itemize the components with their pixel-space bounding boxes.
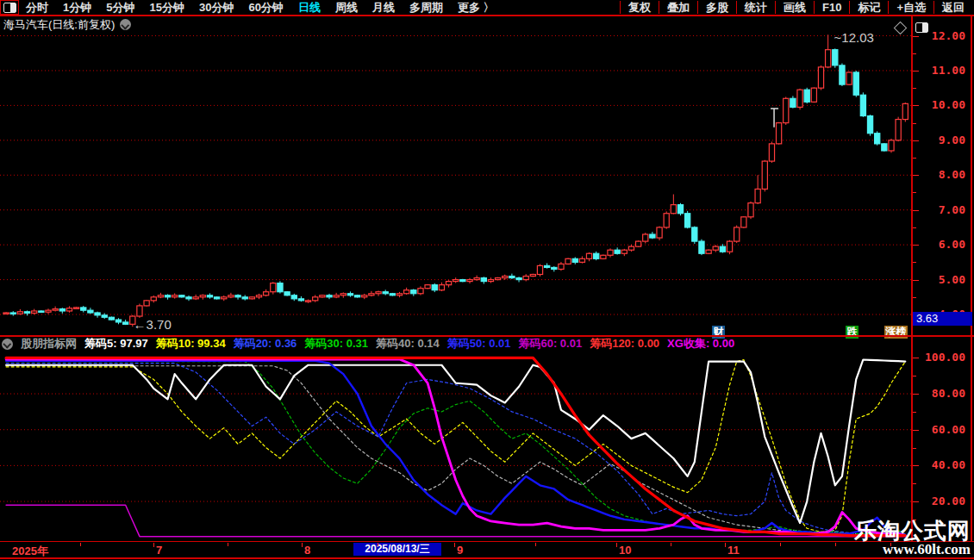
legend-item: 筹码20: 0.36 [234,337,297,351]
axis-tick-label: 11.00 [932,65,965,77]
layout-toggle-button[interactable] [0,0,19,15]
axis-tick [913,483,916,484]
period-tab-60分钟[interactable]: 60分钟 [248,0,283,15]
indicator-source-label: 股朋指标网 [21,337,77,351]
toolbar-action-统计[interactable]: 统计 [736,1,775,14]
axis-tick-label: 12.00 [932,30,965,42]
axis-tick [913,280,919,281]
axis-tick-label: 5.00 [939,274,965,286]
month-tick [725,543,726,547]
main-candlestick-chart[interactable]: ←3.70~12.03 [0,16,911,335]
legend-collapse-icon[interactable] [2,339,13,350]
legend-item: 筹码60: 0.01 [518,337,582,351]
month-label-11: 11 [727,544,740,557]
indicator-legend: 股朋指标网 筹码5: 97.97筹码10: 99.34筹码20: 0.36筹码3… [2,337,909,351]
axis-tick [913,175,919,176]
month-label-9: 9 [457,544,463,557]
period-tab-分时[interactable]: 分时 [26,0,48,15]
period-tab-30分钟[interactable]: 30分钟 [199,0,234,15]
axis-tick [913,123,916,124]
month-tick [616,543,617,547]
toolbar-action-+自选[interactable]: +自选 [888,1,933,14]
axis-tick [913,430,919,431]
axis-tick [913,394,919,395]
axis-tick [913,262,916,263]
minor-date-tick [378,543,378,546]
panel-layout-icon [3,3,16,13]
axis-tick [913,158,916,159]
legend-item: 筹码5: 97.97 [84,337,148,351]
period-tab-周线[interactable]: 周线 [335,0,358,15]
legend-item: 筹码40: 0.14 [376,337,440,351]
axis-tick-label: 80.00 [932,388,965,400]
axis-tick [913,88,916,89]
watermark: 乐淘公式网 www.60lt.com [854,520,971,557]
stock-title: 海马汽车(日线:前复权) [3,17,115,33]
month-label-8: 8 [304,544,310,557]
axis-tick [913,501,919,502]
svg-text:←3.70: ←3.70 [134,317,172,332]
minor-date-tick [780,543,781,546]
axis-tick [913,297,916,298]
watermark-site-name: 乐淘公式网 [854,520,971,542]
stock-app-window: 分时1分钟5分钟15分钟30分钟60分钟日线周线月线多周期更多 〉 复权叠加多股… [0,0,974,560]
legend-item: 筹码50: 0.01 [447,337,511,351]
indicator-chart[interactable] [0,352,911,541]
period-tab-月线[interactable]: 月线 [372,0,395,15]
axis-tick-label: 10.00 [932,99,965,111]
toolbar-action-画线[interactable]: 画线 [775,1,814,14]
legend-item: 筹码30: 0.31 [304,337,368,351]
toolbar-action-标记[interactable]: 标记 [849,1,888,14]
axis-tick-label: 9.00 [939,134,965,146]
toolbar-action-复权[interactable]: 复权 [620,1,659,14]
minor-date-tick [228,543,228,546]
axis-tick [913,36,919,37]
period-tabs: 分时1分钟5分钟15分钟30分钟60分钟日线周线月线多周期更多 〉 [26,0,495,15]
toolbar-action-多股[interactable]: 多股 [697,1,736,14]
selected-price-badge: 3.63 [913,312,972,326]
period-tab-日线[interactable]: 日线 [298,0,321,15]
axis-tick-label: 7.00 [939,204,965,216]
legend-item: XG收集: 0.00 [667,337,734,351]
legend-item: 筹码10: 99.34 [156,337,226,351]
axis-tick [913,465,919,466]
toolbar-action-返回[interactable]: 返回 [933,1,972,14]
axis-tick [913,53,916,54]
selected-date-badge: 2025/08/13/三 [353,543,441,556]
axis-tick [913,376,916,376]
date-axis: 2025年 2025/08/13/三 7891011 [0,542,974,557]
axis-tick [913,105,919,106]
watermark-url: www.60lt.com [854,542,971,557]
month-tick [153,543,154,547]
window-bottom-border [0,557,974,559]
toolbar-action-F10[interactable]: F10 [814,1,849,14]
month-tick [454,543,455,547]
axis-tick [913,210,919,211]
title-dropdown-icon[interactable] [120,19,131,30]
panel-layout-icon [915,22,928,33]
axis-tick-label: 40.00 [932,459,965,471]
axis-tick-label: 100.00 [925,352,965,364]
period-tab-更多 〉[interactable]: 更多 〉 [458,0,495,15]
period-tab-1分钟[interactable]: 1分钟 [63,0,91,15]
minor-date-tick [80,543,81,546]
axis-tick [913,71,919,72]
svg-text:~12.03: ~12.03 [834,30,874,45]
axis-tick [913,227,916,228]
period-tab-15分钟[interactable]: 15分钟 [149,0,184,15]
axis-tick [913,245,919,246]
toolbar-action-叠加[interactable]: 叠加 [659,1,697,14]
toolbar-actions: 复权叠加多股统计画线F10标记+自选返回 [620,0,972,15]
axis-tick-label: 6.00 [939,239,965,251]
minor-date-tick [535,543,536,546]
legend-item: 筹码120: 0.00 [590,337,659,351]
period-tab-多周期[interactable]: 多周期 [409,0,443,15]
period-tab-5分钟[interactable]: 5分钟 [106,0,134,15]
axis-tick-label: 20.00 [932,495,965,507]
axis-tick [913,358,919,358]
top-toolbar: 分时1分钟5分钟15分钟30分钟60分钟日线周线月线多周期更多 〉 复权叠加多股… [0,0,974,16]
panel-layout-icon-right[interactable] [915,22,928,33]
month-tick [302,543,303,547]
axis-tick [913,412,916,413]
month-label-10: 10 [619,544,631,557]
